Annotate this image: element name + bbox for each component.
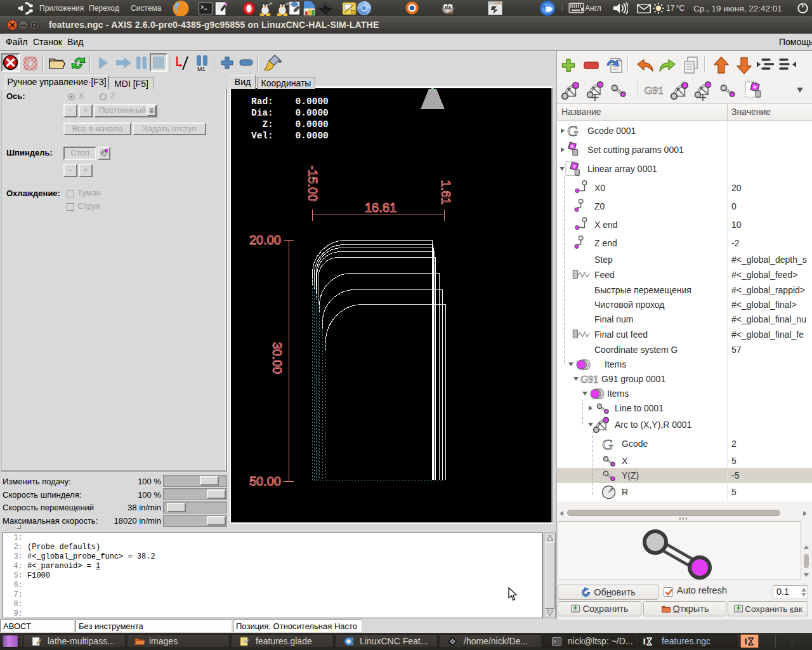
svg-text:M1: M1 [197, 66, 206, 72]
svg-text:50.00: 50.00 [249, 474, 281, 488]
svg-text:30.00: 30.00 [270, 342, 284, 374]
svg-text:I: I [643, 637, 645, 646]
svg-text:Vel: 0.0000: Vel: 0.0000 [251, 131, 329, 141]
svg-text:16.61: 16.61 [365, 201, 396, 215]
svg-text:Rad: 0.0000: Rad: 0.0000 [251, 96, 329, 107]
svg-text:Dia: 0.0000: Dia: 0.0000 [251, 108, 329, 118]
svg-text:20.00: 20.00 [249, 233, 281, 247]
svg-text:I: I [745, 637, 747, 646]
svg-text:-15.00: -15.00 [306, 166, 320, 202]
svg-text:Z: 0.0000: Z: 0.0000 [251, 119, 329, 129]
svg-text:1.61: 1.61 [439, 180, 453, 205]
